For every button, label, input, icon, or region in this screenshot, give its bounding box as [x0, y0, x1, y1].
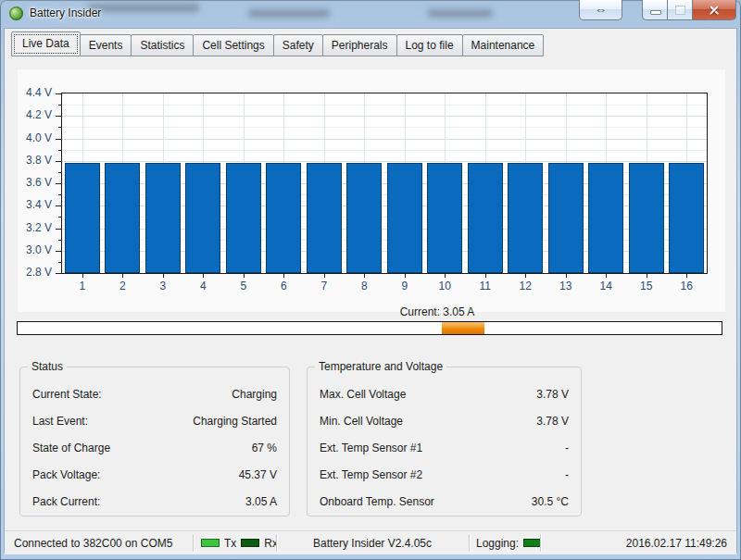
current-gauge-fill: [442, 322, 484, 334]
row-label: Current State:: [32, 388, 102, 401]
cell-voltage-bar: [105, 163, 140, 273]
y-axis-tick: [58, 150, 61, 151]
x-axis-tick: [324, 274, 325, 278]
tab-maintenance[interactable]: Maintenance: [462, 34, 545, 56]
close-button[interactable]: [692, 0, 736, 20]
temperature-voltage-groupbox: Temperature and Voltage Max. Cell Voltag…: [307, 367, 582, 516]
statusbar-separator: [540, 534, 542, 552]
cell-voltage-bar: [185, 163, 220, 273]
info-row: Ext. Temp Sensor #1-: [308, 434, 581, 461]
gridline-h: [62, 161, 707, 162]
row-label: Pack Current:: [32, 495, 100, 508]
y-axis-tick: [56, 116, 61, 117]
gridline-h: [62, 105, 707, 106]
row-value: -: [565, 468, 569, 481]
x-axis-label: 14: [592, 280, 620, 292]
info-row: Current State:Charging: [20, 380, 289, 407]
y-axis-label: 4.2 V: [13, 108, 52, 121]
x-axis-label: 3: [149, 280, 177, 292]
cell-voltage-bar: [427, 163, 462, 273]
info-row: Onboard Temp. Sensor30.5 °C: [308, 488, 581, 515]
row-label: Max. Cell Voltage: [320, 388, 406, 401]
row-value: 3.05 A: [245, 495, 277, 508]
x-axis-tick: [485, 274, 486, 278]
x-axis-label: 13: [552, 280, 580, 292]
row-label: Pack Voltage:: [32, 468, 100, 481]
window-title: Battery Insider: [30, 6, 101, 19]
row-value: -: [565, 442, 569, 454]
tab-peripherals[interactable]: Peripherals: [322, 34, 397, 56]
tab-statistics[interactable]: Statistics: [131, 34, 194, 56]
y-axis-tick: [58, 105, 61, 106]
tab-bar: Live DataEventsStatisticsCell SettingsSa…: [11, 33, 543, 56]
maximize-button[interactable]: [667, 0, 693, 20]
x-axis-label: 9: [391, 280, 419, 292]
x-axis-tick: [525, 274, 526, 278]
x-axis-label: 12: [511, 280, 539, 292]
y-axis-tick: [56, 139, 61, 140]
x-axis-tick: [82, 274, 83, 278]
y-axis-label: 3.8 V: [13, 154, 52, 167]
tab-cell-settings[interactable]: Cell Settings: [193, 34, 273, 56]
status-groupbox: Status Current State:ChargingLast Event:…: [19, 367, 290, 516]
x-axis-label: 8: [350, 280, 378, 292]
current-gauge-track: [17, 321, 722, 335]
y-axis-tick: [58, 127, 61, 128]
tab-safety[interactable]: Safety: [273, 34, 323, 56]
gridline-h: [62, 150, 707, 151]
y-axis-tick: [58, 194, 61, 195]
x-axis-tick: [566, 274, 567, 278]
cell-voltage-bar: [266, 163, 301, 273]
app-window: Battery Insider ⇔ Live DataEventsStatist…: [0, 0, 741, 560]
info-row: Max. Cell Voltage3.78 V: [308, 380, 581, 407]
x-axis-tick: [122, 274, 123, 278]
y-axis-tick: [56, 229, 61, 230]
row-value: 67 %: [252, 442, 277, 454]
row-label: Ext. Temp Sensor #2: [320, 468, 422, 481]
y-axis-label: 4.0 V: [13, 131, 52, 144]
info-row: State of Charge67 %: [20, 434, 289, 461]
temperature-voltage-groupbox-title: Temperature and Voltage: [315, 360, 446, 373]
row-label: Min. Cell Voltage: [320, 415, 403, 428]
cell-voltage-bar: [548, 163, 584, 273]
x-axis-label: 6: [270, 280, 297, 292]
x-axis-tick: [686, 274, 687, 278]
cell-voltage-bar: [307, 163, 342, 273]
y-axis-tick: [58, 262, 61, 263]
clock-timestamp: 2016.02.17 11:49:26: [544, 531, 727, 554]
tab-events[interactable]: Events: [80, 34, 132, 56]
x-axis-label: 2: [108, 280, 136, 292]
x-axis-label: 5: [230, 280, 257, 292]
y-axis-label: 3.2 V: [13, 221, 52, 234]
app-icon[interactable]: [9, 6, 23, 20]
info-row: Pack Voltage:45.37 V: [20, 461, 289, 488]
resize-window-button[interactable]: ⇔: [579, 0, 622, 20]
x-axis-tick: [405, 274, 406, 278]
y-axis-tick: [58, 240, 61, 241]
row-value: Charging: [232, 388, 277, 401]
gridline-h: [62, 127, 707, 128]
logging-panel: Logging:: [476, 531, 546, 554]
x-axis-label: 11: [471, 280, 499, 292]
x-axis-tick: [647, 274, 647, 278]
y-axis-tick: [56, 251, 61, 252]
tab-live-data[interactable]: Live Data: [11, 31, 81, 56]
tab-log-to-file[interactable]: Log to file: [396, 34, 463, 56]
cell-voltage-bar: [588, 163, 623, 273]
cell-voltage-bar: [629, 163, 664, 273]
cell-voltage-bar: [65, 163, 100, 273]
chart-plot-area: [61, 93, 708, 274]
row-value: Charging Started: [193, 415, 277, 428]
y-axis-tick: [56, 161, 61, 162]
x-axis-tick: [203, 274, 204, 278]
y-axis-tick: [58, 217, 61, 218]
y-axis-label: 3.6 V: [13, 176, 52, 189]
titlebar[interactable]: Battery Insider ⇔: [0, 0, 741, 28]
status-groupbox-title: Status: [28, 360, 67, 373]
x-axis-tick: [606, 274, 607, 278]
minimize-button[interactable]: [642, 0, 668, 20]
minimize-icon: [650, 10, 661, 15]
y-axis-tick: [56, 205, 61, 206]
logging-label: Logging:: [476, 537, 519, 550]
maximize-icon: [675, 6, 685, 15]
